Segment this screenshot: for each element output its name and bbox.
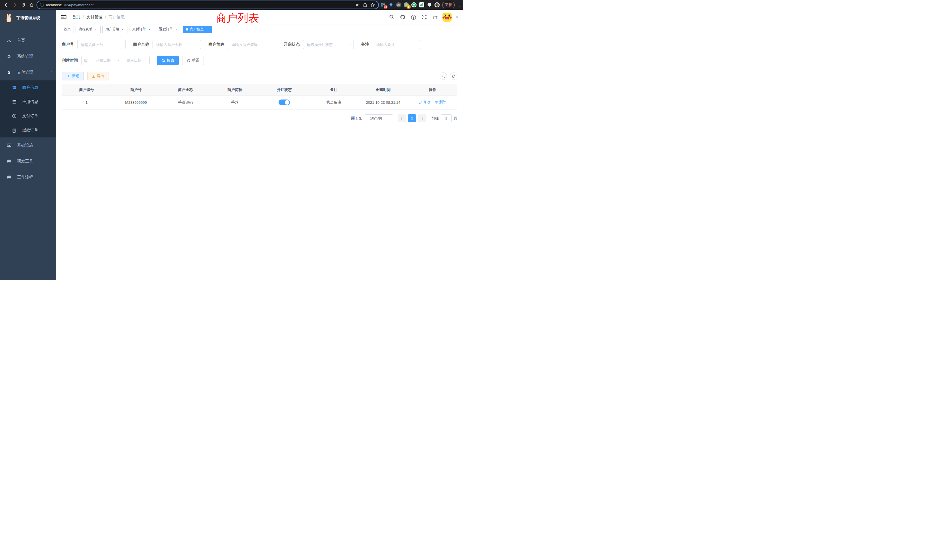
date-separator: - (118, 59, 119, 63)
top-navbar: 首页 / 支付管理 / 商户信息 тT (56, 10, 463, 24)
bookmark-star-icon[interactable] (370, 3, 375, 7)
sidebar-item-home[interactable]: 首页 (0, 32, 56, 48)
cell-short-name: 芋艿 (210, 95, 259, 109)
tab-pay-order[interactable]: 支付订单× (129, 26, 154, 33)
goto-page-input[interactable] (441, 114, 452, 122)
status-select-input[interactable] (303, 40, 354, 49)
sidebar-logo[interactable]: 芋道管理系统 (0, 11, 56, 25)
sidebar-menu: 首页 ⚙ 系统管理 ⌄ ¥ 支付管理 ⌃ 商户信息 (0, 32, 56, 185)
address-bar[interactable]: i localhost:1024/pay/merchant (37, 1, 378, 9)
sidebar-item-infra[interactable]: 基础设施 ⌄ (0, 138, 56, 153)
browser-menu-icon[interactable]: ⋮ (457, 3, 460, 7)
close-icon[interactable]: × (174, 28, 178, 31)
sidebar-item-workflow[interactable]: 工作流程 ⌄ (0, 170, 56, 185)
next-page-button[interactable]: ❯ (418, 114, 426, 122)
status-toggle[interactable] (278, 100, 290, 105)
breadcrumb-separator: / (105, 15, 106, 20)
edit-link[interactable]: 修改 (419, 100, 431, 104)
table-toolbar: ＋ 新增 导出 (62, 72, 457, 80)
extensions-puzzle-icon[interactable] (427, 2, 432, 8)
tab-refund-order[interactable]: 退款订单× (156, 26, 181, 33)
sidebar-item-pay[interactable]: ¥ 支付管理 ⌃ (0, 64, 56, 80)
user-avatar[interactable] (442, 12, 452, 22)
cell-status (260, 95, 309, 109)
remark-input[interactable] (373, 40, 421, 49)
reset-button[interactable]: 重置 (182, 56, 204, 65)
active-dot (186, 28, 188, 30)
merchant-no-input[interactable] (77, 40, 126, 49)
sidebar-item-dev-tools[interactable]: 研发工具 ⌄ (0, 153, 56, 170)
cell-full-name: 芋道源码 (161, 95, 210, 109)
add-button[interactable]: ＋ 新增 (62, 72, 84, 80)
navbar-actions: тT ▼ (388, 12, 458, 22)
col-remark: 备注 (309, 85, 359, 95)
github-icon[interactable] (399, 14, 406, 21)
col-actions: 操作 (408, 85, 457, 95)
tab-merchant-info[interactable]: 商户信息× (183, 26, 212, 33)
show-search-toggle-icon[interactable] (440, 73, 447, 80)
col-merchant-no: 商户号 (111, 85, 160, 95)
page-number-1[interactable]: 1 (408, 114, 416, 122)
date-start-placeholder[interactable]: 开始日期 (91, 58, 116, 63)
breadcrumb-pay[interactable]: 支付管理 (86, 15, 102, 20)
share-icon[interactable] (363, 3, 368, 7)
sidebar-item-refund-order[interactable]: 退款订单 (0, 123, 56, 138)
col-short-name: 商户简称 (210, 85, 259, 95)
col-merchant-id: 商户编号 (62, 85, 111, 95)
sidebar-collapse-icon[interactable] (61, 14, 67, 20)
password-key-icon[interactable] (356, 3, 361, 7)
dashboard-icon (6, 38, 12, 43)
browser-reload-button[interactable] (20, 2, 26, 8)
chevron-down-icon: ⌄ (386, 117, 388, 120)
col-full-name: 商户全称 (161, 85, 210, 95)
breadcrumb-separator: / (83, 15, 84, 20)
short-name-input[interactable] (228, 40, 276, 49)
date-end-placeholder[interactable]: 结束日期 (121, 58, 147, 63)
browser-home-button[interactable] (29, 2, 35, 8)
browser-forward-button[interactable] (11, 2, 18, 8)
sidebar-item-merchant-info[interactable]: 商户信息 (0, 80, 56, 95)
sidebar-item-pay-order[interactable]: 支付订单 (0, 109, 56, 123)
export-button[interactable]: 导出 (87, 72, 109, 80)
ext-tabs-grid-icon[interactable]: 10 (381, 2, 386, 8)
sidebar-item-app-info[interactable]: 应用信息 (0, 95, 56, 109)
full-name-input[interactable] (153, 40, 201, 49)
site-info-icon[interactable]: i (40, 3, 44, 7)
total-count: 共 1 条 (351, 116, 362, 121)
search-icon[interactable] (388, 14, 395, 21)
page-size-select[interactable]: 10条/页 ⌄ (365, 114, 393, 122)
ext-y-icon[interactable]: y (412, 2, 416, 8)
refresh-icon[interactable] (450, 73, 457, 80)
prev-page-button[interactable]: ❮ (398, 114, 406, 122)
close-icon[interactable]: × (148, 28, 151, 31)
date-range-picker[interactable]: 开始日期 - 结束日期 (81, 56, 150, 65)
font-size-icon[interactable]: тT (432, 14, 439, 21)
status-select[interactable]: ⌄ (303, 40, 354, 49)
ext-circle-icon[interactable]: 1 (404, 2, 409, 8)
close-icon[interactable]: × (121, 28, 124, 31)
tab-home[interactable]: 首页 (61, 26, 74, 33)
ext-command-icon[interactable]: ⌘ (396, 2, 401, 8)
filter-short-name: 商户简称 (209, 40, 276, 49)
help-icon[interactable] (410, 14, 417, 21)
delete-link[interactable]: 删除 (435, 100, 446, 104)
url-text[interactable]: localhost:1024/pay/merchant (46, 3, 353, 7)
breadcrumb-home[interactable]: 首页 (72, 15, 80, 20)
tab-process-form[interactable]: 流程表单× (76, 26, 101, 33)
table-row[interactable]: 1 M233666999 芋道源码 芋艿 我是备注 2021-10-23 08:… (62, 95, 457, 109)
browser-back-button[interactable] (3, 2, 9, 8)
chevron-down-icon: ⌄ (50, 160, 53, 163)
avatar-caret-icon[interactable]: ▼ (455, 16, 458, 19)
ext-note-icon[interactable] (419, 2, 424, 8)
merchant-no-label: 商户号 (62, 42, 74, 47)
search-button[interactable]: 搜索 (157, 56, 179, 65)
close-icon[interactable]: × (205, 28, 209, 31)
profile-avatar-icon[interactable]: 😀 (434, 2, 440, 8)
sidebar-item-system[interactable]: ⚙ 系统管理 ⌄ (0, 48, 56, 64)
ext-gem-icon[interactable] (388, 2, 393, 8)
close-icon[interactable]: × (94, 28, 97, 31)
browser-update-button[interactable]: 更新 (442, 2, 455, 8)
fullscreen-icon[interactable] (421, 14, 428, 21)
cell-remark: 我是备注 (309, 95, 359, 109)
tab-user-group[interactable]: 用户分组× (102, 26, 127, 33)
